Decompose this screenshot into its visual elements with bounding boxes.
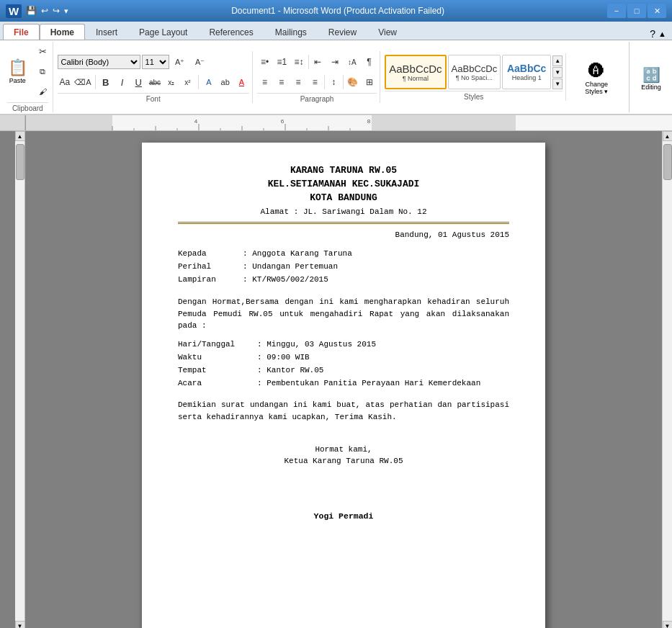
svg-rect-1 bbox=[372, 115, 516, 130]
borders-button[interactable]: ⊞ bbox=[362, 73, 377, 91]
increase-indent-button[interactable]: ⇥ bbox=[327, 53, 343, 71]
doc-divider bbox=[178, 222, 509, 224]
tab-review[interactable]: Review bbox=[318, 24, 367, 40]
ribbon: 📋 Paste ✂ ⧉ 🖌 Clipboard Calibri (Body) 1… bbox=[0, 40, 672, 115]
left-margin: ▲ ▼ bbox=[0, 131, 25, 628]
format-painter-button[interactable]: 🖌 bbox=[33, 82, 52, 101]
change-styles-button[interactable]: 🅐 Change Styles ▾ bbox=[581, 60, 611, 97]
subscript-button[interactable]: x₂ bbox=[163, 73, 179, 91]
justify-button[interactable]: ≡ bbox=[308, 73, 323, 91]
copy-button[interactable]: ⧉ bbox=[33, 62, 52, 81]
styles-more[interactable]: ▼ bbox=[552, 78, 563, 89]
style-heading1-preview: AaBbCc bbox=[507, 63, 546, 74]
bullets-button[interactable]: ≡• bbox=[257, 53, 273, 71]
shrink-font-button[interactable]: A⁻ bbox=[191, 53, 210, 71]
text-effects-button[interactable]: A bbox=[202, 73, 217, 91]
acara-value: : Pembentukan Panitia Perayaan Hari Keme… bbox=[257, 378, 480, 390]
vscroll-up[interactable]: ▲ bbox=[15, 131, 25, 141]
align-left-button[interactable]: ≡ bbox=[257, 73, 272, 91]
center-button[interactable]: ≡ bbox=[274, 73, 289, 91]
tempat-label: Tempat bbox=[178, 365, 257, 377]
change-styles-section: 🅐 Change Styles ▾ bbox=[568, 57, 625, 97]
document-page[interactable]: KARANG TARUNA RW.05 KEL.SETIAMANAH KEC.S… bbox=[142, 143, 545, 628]
page-container[interactable]: KARANG TARUNA RW.05 KEL.SETIAMANAH KEC.S… bbox=[25, 131, 662, 628]
style-no-spacing[interactable]: AaBbCcDc ¶ No Spaci... bbox=[448, 55, 501, 89]
tab-file[interactable]: File bbox=[3, 24, 40, 40]
align-right-button[interactable]: ≡ bbox=[290, 73, 305, 91]
styles-scroll-down[interactable]: ▼ bbox=[552, 67, 563, 78]
tab-bar: File Home Insert Page Layout References … bbox=[0, 22, 672, 40]
vscroll-right-down[interactable]: ▼ bbox=[663, 621, 673, 628]
minimize-button[interactable]: − bbox=[607, 4, 626, 18]
doc-perihal: Perihal : Undangan Pertemuan bbox=[178, 261, 509, 273]
tab-insert[interactable]: Insert bbox=[85, 24, 128, 40]
style-normal-preview: AaBbCcDc bbox=[389, 63, 442, 75]
clear-formatting-button[interactable]: ⌫A bbox=[73, 73, 91, 91]
styles-section: AaBbCcDc ¶ Normal AaBbCcDc ¶ No Spaci...… bbox=[382, 53, 566, 101]
paste-button[interactable]: 📋 Paste bbox=[3, 53, 32, 90]
perihal-value: : Undangan Pertemuan bbox=[243, 261, 338, 273]
style-heading1[interactable]: AaBbCc Heading 1 bbox=[502, 55, 551, 89]
shading-button[interactable]: 🎨 bbox=[345, 73, 360, 91]
window-controls: − □ ✕ bbox=[607, 4, 666, 18]
title-bar: W 💾 ↩ ↪ ▾ Document1 - Microsoft Word (Pr… bbox=[0, 0, 672, 22]
help-icon[interactable]: ? bbox=[650, 28, 655, 40]
org-line2: KEL.SETIAMANAH KEC.SUKAJADI bbox=[178, 178, 509, 192]
show-hide-button[interactable]: ¶ bbox=[362, 53, 377, 71]
waktu-label: Waktu bbox=[178, 352, 257, 364]
expand-icon[interactable]: ▲ bbox=[658, 30, 666, 38]
doc-waktu: Waktu : 09:00 WIB bbox=[178, 352, 509, 364]
close-button[interactable]: ✕ bbox=[648, 4, 666, 18]
tab-mailings[interactable]: Mailings bbox=[264, 24, 318, 40]
change-case-button[interactable]: Aa bbox=[58, 73, 73, 91]
svg-text:6: 6 bbox=[281, 118, 285, 125]
style-no-spacing-label: ¶ No Spaci... bbox=[456, 74, 493, 81]
decrease-indent-button[interactable]: ⇤ bbox=[310, 53, 326, 71]
style-heading1-label: Heading 1 bbox=[512, 74, 542, 81]
multilevel-button[interactable]: ≡↕ bbox=[291, 53, 307, 71]
tab-references[interactable]: References bbox=[198, 24, 264, 40]
underline-button[interactable]: U bbox=[131, 73, 146, 91]
style-normal[interactable]: AaBbCcDc ¶ Normal bbox=[385, 55, 446, 89]
maximize-button[interactable]: □ bbox=[627, 4, 646, 18]
doc-signatory: Yogi Permadi bbox=[178, 511, 509, 523]
highlight-button[interactable]: ab bbox=[218, 73, 233, 91]
line-spacing-button[interactable]: ↕ bbox=[326, 73, 341, 91]
bold-button[interactable]: B bbox=[98, 73, 113, 91]
vscroll-down[interactable]: ▼ bbox=[15, 621, 25, 628]
editing-button[interactable]: 🔡 Editing bbox=[637, 64, 665, 93]
ribbon-toolbar: 📋 Paste ✂ ⧉ 🖌 Clipboard Calibri (Body) 1… bbox=[0, 40, 672, 114]
font-name-select[interactable]: Calibri (Body) bbox=[58, 55, 140, 69]
right-scrollbar: ▲ ▼ bbox=[662, 131, 672, 628]
kepada-label: Kepada bbox=[178, 248, 243, 260]
tab-view[interactable]: View bbox=[367, 24, 408, 40]
strikethrough-button[interactable]: abc bbox=[148, 73, 163, 91]
cut-button[interactable]: ✂ bbox=[33, 42, 52, 60]
sort-button[interactable]: ↕A bbox=[344, 53, 360, 71]
org-address: Alamat : JL. Sariwangi Dalam No. 12 bbox=[178, 207, 509, 218]
quick-access-save[interactable]: 💾 bbox=[26, 6, 37, 16]
word-icon: W bbox=[6, 4, 22, 18]
vscroll-right-up[interactable]: ▲ bbox=[663, 131, 673, 141]
numbering-button[interactable]: ≡1 bbox=[274, 53, 290, 71]
vscroll-thumb[interactable] bbox=[663, 144, 672, 180]
quick-access-redo[interactable]: ↪ bbox=[53, 6, 60, 16]
perihal-label: Perihal bbox=[178, 261, 243, 273]
doc-closing: Demikian surat undangan ini kami buat, a… bbox=[178, 399, 509, 423]
tab-page-layout[interactable]: Page Layout bbox=[128, 24, 198, 40]
doc-kepada: Kepada : Anggota Karang Taruna bbox=[178, 248, 509, 260]
tab-home[interactable]: Home bbox=[40, 24, 85, 40]
styles-scroll-up[interactable]: ▲ bbox=[552, 55, 563, 66]
hormat-label: Hormat kami, bbox=[178, 444, 509, 456]
quick-access-customize[interactable]: ▾ bbox=[64, 6, 68, 16]
font-color-button[interactable]: A bbox=[234, 73, 249, 91]
editing-section: 🔡 Editing bbox=[633, 61, 669, 93]
lampiran-value: : KT/RW05/002/2015 bbox=[243, 274, 328, 286]
document-area: ▲ ▼ KARANG TARUNA RW.05 KEL.SETIAMANAH K… bbox=[0, 131, 672, 628]
grow-font-button[interactable]: A⁺ bbox=[171, 53, 189, 71]
quick-access-undo[interactable]: ↩ bbox=[41, 6, 48, 16]
svg-text:4: 4 bbox=[194, 118, 198, 125]
font-size-select[interactable]: 11 bbox=[142, 55, 169, 69]
italic-button[interactable]: I bbox=[115, 73, 130, 91]
superscript-button[interactable]: x² bbox=[180, 73, 195, 91]
